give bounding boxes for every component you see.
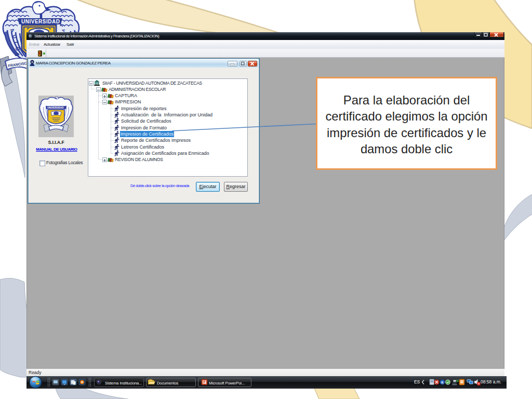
svg-text:P: P: [203, 380, 206, 384]
